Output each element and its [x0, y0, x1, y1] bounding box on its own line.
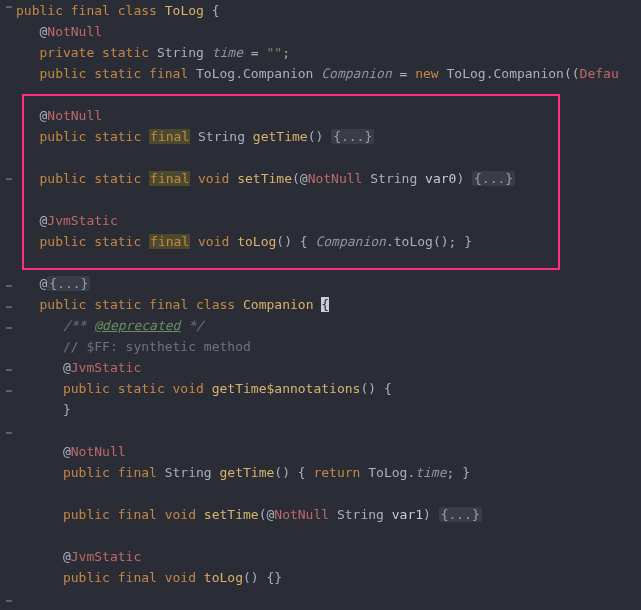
- code-line[interactable]: /** @deprecated */: [16, 315, 641, 336]
- token-br: }: [462, 465, 470, 480]
- token-type: String: [362, 171, 425, 186]
- token-ann: NotNull: [47, 24, 102, 39]
- code-line[interactable]: public static final class Companion {: [16, 294, 641, 315]
- fold-mark[interactable]: [6, 327, 12, 329]
- token-type: String: [329, 507, 392, 522]
- fold-mark[interactable]: [6, 600, 12, 602]
- fold-mark[interactable]: [6, 285, 12, 287]
- token-type: (@: [259, 507, 275, 522]
- token-ann: NotNull: [308, 171, 363, 186]
- code-line[interactable]: @JvmStatic: [16, 357, 641, 378]
- token-br: {}: [266, 570, 282, 585]
- code-line[interactable]: }: [16, 399, 641, 420]
- token-ann: NotNull: [71, 444, 126, 459]
- token-doctag: @deprecated: [94, 318, 180, 333]
- token-kw: static: [94, 234, 149, 249]
- fold-mark[interactable]: [6, 178, 12, 180]
- token-kw: public: [16, 66, 94, 81]
- code-line[interactable]: public final void toLog() {}: [16, 567, 641, 588]
- fold-mark[interactable]: [6, 369, 12, 371]
- token-kw: static: [102, 45, 157, 60]
- code-line[interactable]: @JvmStatic: [16, 546, 641, 567]
- token-kw: static: [118, 381, 173, 396]
- code-line[interactable]: [16, 483, 641, 504]
- code-line[interactable]: @NotNull: [16, 441, 641, 462]
- fold-mark[interactable]: [6, 6, 12, 8]
- token-ann: NotNull: [274, 507, 329, 522]
- token-doccomment: */: [180, 318, 203, 333]
- token-param: var0: [425, 171, 456, 186]
- token-type: (): [276, 234, 299, 249]
- token-str: "": [266, 45, 282, 60]
- code-line[interactable]: [16, 147, 641, 168]
- token-br: {: [300, 234, 316, 249]
- token-italic: Companion: [321, 66, 399, 81]
- token-punct: @: [16, 444, 71, 459]
- token-hfinal: final: [149, 234, 190, 249]
- token-kw: class: [196, 297, 243, 312]
- code-line[interactable]: [16, 420, 641, 441]
- token-ann: Defau: [580, 66, 619, 81]
- code-line[interactable]: @NotNull: [16, 105, 641, 126]
- token-hfinal: final: [149, 171, 190, 186]
- code-line[interactable]: public final void setTime(@NotNull Strin…: [16, 504, 641, 525]
- code-line[interactable]: @{...}: [16, 273, 641, 294]
- code-editor[interactable]: public final class ToLog { @NotNull priv…: [16, 0, 641, 588]
- code-line[interactable]: public static final String getTime() {..…: [16, 126, 641, 147]
- code-line[interactable]: [16, 252, 641, 273]
- token-type: String: [165, 465, 220, 480]
- token-comment: // $FF: synthetic method: [16, 339, 251, 354]
- token-folded: {...}: [331, 129, 374, 144]
- token-kw: public: [16, 234, 94, 249]
- token-kw: final: [71, 3, 118, 18]
- code-line[interactable]: public final String getTime() { return T…: [16, 462, 641, 483]
- token-ann: JvmStatic: [71, 360, 141, 375]
- token-br: {: [212, 3, 220, 18]
- code-line[interactable]: public static final void setTime(@NotNul…: [16, 168, 641, 189]
- token-type: toLog();: [394, 234, 464, 249]
- code-line[interactable]: public static final ToLog.Companion Comp…: [16, 63, 641, 84]
- token-punct: =: [400, 66, 416, 81]
- token-param: var1: [392, 507, 423, 522]
- token-folded: {...}: [439, 507, 482, 522]
- token-doccomment: /**: [16, 318, 94, 333]
- token-punct: @: [16, 24, 47, 39]
- token-name: ToLog: [165, 3, 212, 18]
- token-kw: final: [118, 465, 165, 480]
- token-punct: .: [386, 234, 394, 249]
- token-name: Companion: [243, 297, 321, 312]
- token-kw: void: [198, 171, 237, 186]
- token-ann: NotNull: [47, 108, 102, 123]
- token-name: getTime: [220, 465, 275, 480]
- code-line[interactable]: @JvmStatic: [16, 210, 641, 231]
- fold-mark[interactable]: [6, 390, 12, 392]
- token-ann: JvmStatic: [71, 549, 141, 564]
- code-line[interactable]: @NotNull: [16, 21, 641, 42]
- code-line[interactable]: public static void getTime$annotations()…: [16, 378, 641, 399]
- token-kw: public: [16, 3, 71, 18]
- token-folded: {...}: [472, 171, 515, 186]
- token-type: ): [456, 171, 472, 186]
- token-kw: public: [16, 129, 94, 144]
- fold-mark[interactable]: [6, 432, 12, 434]
- code-line[interactable]: public static final void toLog() { Compa…: [16, 231, 641, 252]
- code-line[interactable]: public final class ToLog {: [16, 0, 641, 21]
- token-punct: @: [16, 276, 47, 291]
- token-type: (): [360, 381, 383, 396]
- fold-mark[interactable]: [6, 306, 12, 308]
- token-kw: public: [16, 297, 94, 312]
- token-kw: void: [173, 381, 212, 396]
- token-kw: final: [118, 507, 165, 522]
- code-line[interactable]: [16, 84, 641, 105]
- token-punct: =: [251, 45, 267, 60]
- code-line[interactable]: [16, 525, 641, 546]
- code-line[interactable]: [16, 189, 641, 210]
- code-line[interactable]: // $FF: synthetic method: [16, 336, 641, 357]
- token-type: String: [157, 45, 212, 60]
- token-kw: void: [198, 234, 237, 249]
- token-name: getTime: [253, 129, 308, 144]
- token-kw: final: [118, 570, 165, 585]
- code-line[interactable]: private static String time = "";: [16, 42, 641, 63]
- token-italic: time: [212, 45, 251, 60]
- token-kw: private: [16, 45, 102, 60]
